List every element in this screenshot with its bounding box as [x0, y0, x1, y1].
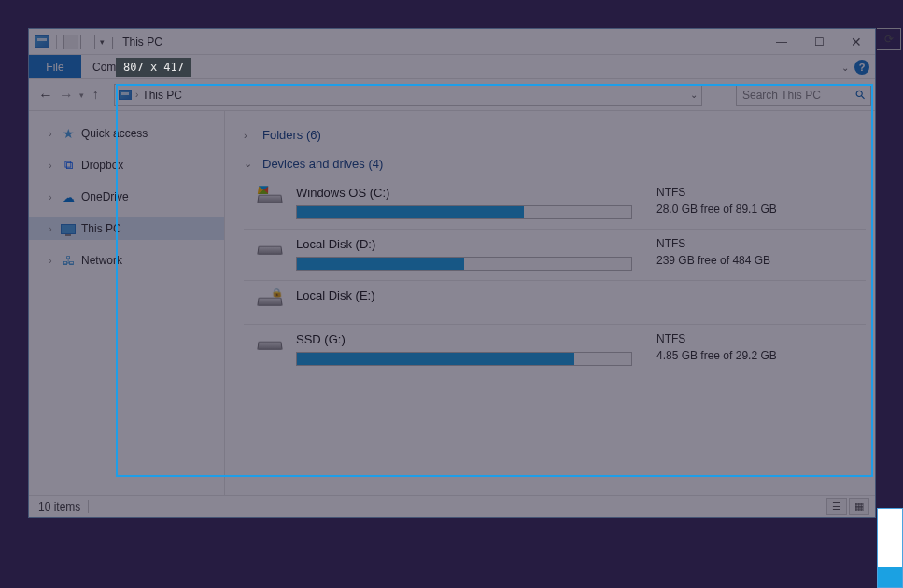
cloud-icon: ☁ — [61, 189, 76, 204]
status-item-count: 10 items — [38, 500, 80, 513]
drive-row[interactable]: Local Disk (E:) — [244, 281, 866, 325]
drive-meta: NTFS4.85 GB free of 29.2 GB — [656, 332, 843, 362]
address-dropdown-icon[interactable]: ⌄ — [690, 90, 698, 100]
sidebar-item-label: This PC — [81, 222, 121, 235]
sidebar-item-network[interactable]: ›🖧 Network — [29, 249, 224, 272]
monitor-icon — [35, 35, 49, 48]
qat-customize-dropdown[interactable]: ▾ — [97, 37, 106, 47]
drive-free-space: 4.85 GB free of 29.2 GB — [656, 349, 843, 362]
drive-name: SSD (G:) — [296, 332, 632, 346]
search-placeholder: Search This PC — [742, 89, 821, 102]
drive-name: Local Disk (D:) — [296, 237, 632, 251]
chevron-right-icon: › — [244, 130, 255, 141]
drive-usage-bar — [296, 352, 632, 366]
sidebar-item-label: Dropbox — [81, 159, 123, 172]
navigation-bar: ← → ▾ ← › This PC ⌄ ⟳ Search This PC ⚲ — [29, 79, 875, 111]
sidebar-item-label: OneDrive — [81, 190, 129, 203]
qat-newfolder-button[interactable] — [80, 35, 95, 49]
tiles-view-button[interactable]: ▦ — [849, 498, 869, 515]
breadcrumb-this-pc[interactable]: This PC — [142, 89, 182, 102]
sidebar-item-label: Quick access — [81, 127, 148, 140]
file-tab[interactable]: File — [29, 55, 81, 78]
drive-free-space: 28.0 GB free of 89.1 GB — [656, 203, 843, 216]
group-label: Devices and drives (4) — [262, 157, 383, 171]
minimize-button[interactable]: — — [763, 29, 800, 55]
drive-filesystem: NTFS — [656, 237, 843, 250]
star-icon: ★ — [61, 126, 76, 141]
nav-back-button[interactable]: ← — [38, 87, 53, 104]
dimensions-badge: 807 x 417 — [116, 58, 191, 77]
monitor-icon — [119, 90, 132, 100]
nav-forward-button[interactable]: → — [59, 87, 74, 104]
drive-usage-bar — [296, 257, 632, 271]
drive-meta: NTFS239 GB free of 484 GB — [656, 237, 843, 267]
network-icon: 🖧 — [61, 253, 76, 268]
drive-meta: NTFS28.0 GB free of 89.1 GB — [656, 186, 843, 216]
search-icon: ⚲ — [852, 87, 868, 104]
maximize-button[interactable]: ☐ — [800, 29, 838, 55]
ribbon-expand-icon[interactable]: ⌄ — [841, 63, 849, 73]
sidebar-item-this-pc[interactable]: › This PC — [29, 217, 224, 240]
drive-filesystem: NTFS — [656, 332, 843, 345]
drive-name: Local Disk (E:) — [296, 288, 632, 302]
sidebar-item-onedrive[interactable]: ›☁ OneDrive — [29, 186, 224, 208]
qat-properties-button[interactable] — [63, 35, 78, 49]
monitor-icon — [61, 221, 76, 236]
chevron-right-icon: › — [135, 90, 138, 100]
navigation-pane: ›★ Quick access ›⧉ Dropbox ›☁ OneDrive ›… — [29, 111, 225, 495]
help-icon[interactable]: ? — [854, 60, 869, 75]
drive-icon — [257, 332, 283, 358]
drive-icon — [257, 186, 283, 212]
drive-row[interactable]: Local Disk (D:)NTFS239 GB free of 484 GB — [244, 230, 866, 281]
nav-up-button[interactable]: ← — [89, 89, 104, 102]
explorer-window: ▾ | This PC — ☐ ✕ File Computer View ⌄ ?… — [28, 28, 876, 518]
snip-magnifier — [877, 508, 903, 588]
titlebar: ▾ | This PC — ☐ ✕ — [29, 29, 875, 55]
content-pane: › Folders (6) ⌄ Devices and drives (4) W… — [225, 111, 875, 495]
details-view-button[interactable]: ☰ — [826, 498, 847, 515]
group-folders[interactable]: › Folders (6) — [244, 124, 866, 146]
dropbox-icon: ⧉ — [61, 158, 76, 173]
sidebar-item-label: Network — [81, 254, 122, 267]
chevron-down-icon: ⌄ — [244, 158, 255, 170]
drive-row[interactable]: SSD (G:)NTFS4.85 GB free of 29.2 GB — [244, 325, 866, 375]
drive-free-space: 239 GB free of 484 GB — [656, 254, 843, 267]
drive-filesystem: NTFS — [656, 186, 843, 199]
refresh-button[interactable]: ⟳ — [877, 28, 901, 50]
ribbon-tabs: File Computer View ⌄ ? 807 x 417 — [29, 55, 875, 79]
window-title: This PC — [122, 35, 162, 49]
group-devices-drives[interactable]: ⌄ Devices and drives (4) — [244, 153, 866, 175]
drive-name: Windows OS (C:) — [296, 186, 632, 200]
drive-icon — [257, 288, 283, 315]
drive-icon — [257, 237, 283, 263]
close-button[interactable]: ✕ — [838, 29, 875, 55]
drive-usage-bar — [296, 205, 632, 219]
group-label: Folders (6) — [262, 128, 321, 142]
sidebar-item-quick-access[interactable]: ›★ Quick access — [29, 122, 224, 145]
search-input[interactable]: Search This PC ⚲ — [736, 84, 871, 106]
status-bar: 10 items ☰ ▦ — [29, 495, 875, 517]
address-bar[interactable]: › This PC ⌄ — [114, 84, 702, 106]
drive-row[interactable]: Windows OS (C:)NTFS28.0 GB free of 89.1 … — [244, 178, 866, 230]
sidebar-item-dropbox[interactable]: ›⧉ Dropbox — [29, 154, 224, 176]
nav-history-dropdown[interactable]: ▾ — [79, 91, 84, 100]
